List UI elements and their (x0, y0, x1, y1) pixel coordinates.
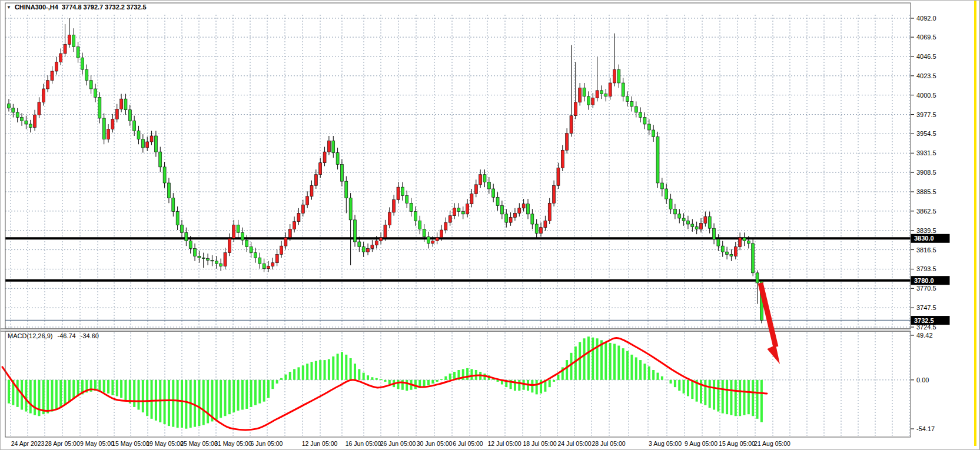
svg-text:3862.5: 3862.5 (916, 208, 936, 215)
svg-text:12 Jul 05:00: 12 Jul 05:00 (487, 440, 521, 447)
svg-text:6 Jun 05:00: 6 Jun 05:00 (251, 440, 283, 447)
svg-text:4023.5: 4023.5 (916, 72, 936, 79)
svg-text:3954.5: 3954.5 (916, 130, 936, 137)
svg-text:28 Jul 05:00: 28 Jul 05:00 (592, 440, 625, 447)
svg-text:30 Jun 05:00: 30 Jun 05:00 (417, 440, 453, 447)
svg-text:28 Apr 05:00: 28 Apr 05:00 (45, 440, 80, 447)
svg-text:4000.5: 4000.5 (916, 92, 936, 99)
price-badge-support: 3780.0 (911, 276, 950, 285)
macd-histogram (9, 336, 762, 429)
svg-text:3793.5: 3793.5 (916, 265, 936, 272)
svg-text:3885.5: 3885.5 (916, 188, 936, 195)
svg-text:6 Jul 05:00: 6 Jul 05:00 (453, 440, 483, 447)
macd-indicator-label: MACD(12,26,9) -46.74 -34.60 (8, 332, 102, 339)
svg-text:15 Aug 05:00: 15 Aug 05:00 (719, 440, 755, 447)
svg-text:25 May 05:00: 25 May 05:00 (180, 440, 218, 447)
macd-signal-value: -34.60 (81, 332, 99, 339)
svg-text:3839.5: 3839.5 (916, 227, 936, 234)
svg-text:3908.5: 3908.5 (916, 169, 936, 176)
yellow-edge-stripe (974, 1, 979, 450)
ohlc-readout: 3774.8 3792.7 3732.2 3732.5 (62, 4, 147, 11)
vertical-gridlines (11, 15, 909, 436)
svg-text:16 Jun 05:00: 16 Jun 05:00 (346, 440, 381, 447)
svg-text:3816.5: 3816.5 (916, 246, 936, 254)
svg-text:4092.0: 4092.0 (916, 15, 936, 22)
svg-text:9 May 05:00: 9 May 05:00 (80, 440, 114, 447)
macd-name: MACD(12,26,9) (8, 332, 52, 339)
svg-text:15 May 05:00: 15 May 05:00 (112, 440, 150, 447)
svg-text:3732.5: 3732.5 (914, 317, 934, 324)
svg-text:4046.5: 4046.5 (916, 53, 936, 60)
chart-title: ▼ CHINA300-,H4 3774.8 3792.7 3732.2 3732… (6, 4, 147, 11)
svg-text:0.00: 0.00 (916, 376, 929, 384)
svg-text:3 Aug 05:00: 3 Aug 05:00 (649, 440, 682, 447)
svg-text:9 Aug 05:00: 9 Aug 05:00 (685, 440, 717, 447)
svg-text:3747.5: 3747.5 (916, 304, 936, 311)
svg-text:-54.17: -54.17 (916, 425, 935, 432)
svg-text:12 Jun 05:00: 12 Jun 05:00 (302, 440, 338, 447)
price-badge-resistance: 3830.0 (911, 234, 950, 243)
svg-text:19 May 05:00: 19 May 05:00 (146, 440, 184, 447)
candlestick-series (8, 18, 763, 324)
trading-chart-window: 4092.04069.54046.54023.54000.53977.53954… (0, 0, 980, 450)
svg-text:3830.0: 3830.0 (914, 235, 934, 242)
macd-axis: 49.420.00-54.17 (5, 332, 935, 432)
svg-text:4069.5: 4069.5 (916, 34, 936, 41)
svg-text:21 Aug 05:00: 21 Aug 05:00 (754, 440, 790, 447)
svg-text:3780.0: 3780.0 (914, 277, 934, 284)
svg-text:24 Jul 05:00: 24 Jul 05:00 (557, 440, 591, 447)
time-axis-labels: 24 Apr 202328 Apr 05:009 May 05:0015 May… (11, 440, 790, 447)
svg-text:3977.5: 3977.5 (916, 111, 936, 118)
svg-text:24 Apr 2023: 24 Apr 2023 (11, 440, 45, 447)
symbol-dropdown-icon[interactable]: ▼ (6, 5, 11, 10)
svg-text:3931.5: 3931.5 (916, 149, 936, 156)
svg-text:26 Jun 05:00: 26 Jun 05:00 (380, 440, 416, 447)
level-lines[interactable] (5, 238, 911, 280)
svg-text:49.42: 49.42 (916, 332, 933, 339)
macd-main-value: -46.74 (57, 332, 75, 339)
svg-text:18 Jul 05:00: 18 Jul 05:00 (523, 440, 556, 447)
trend-arrow (760, 283, 780, 364)
chart-canvas[interactable]: 4092.04069.54046.54023.54000.53977.53954… (1, 1, 980, 450)
symbol-period-label: CHINA300-,H4 (15, 4, 58, 11)
svg-text:3770.5: 3770.5 (916, 285, 936, 292)
price-badge-last: 3732.5 (911, 316, 950, 325)
svg-text:31 May 05:00: 31 May 05:00 (214, 440, 252, 447)
